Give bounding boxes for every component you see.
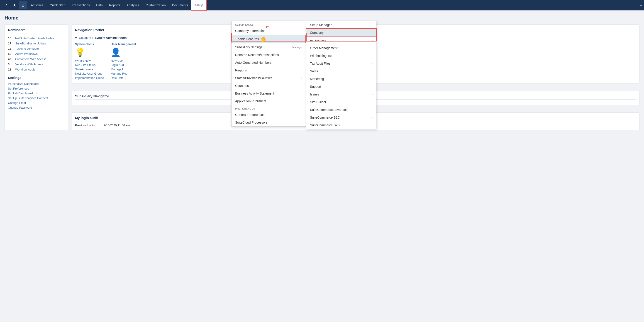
change-password-link[interactable]: Change Password: [8, 105, 65, 110]
personalize-dashboard-link[interactable]: Personalize Dashboard: [8, 82, 65, 86]
states-provinces-item[interactable]: States/Provinces/Counties ›: [232, 74, 306, 82]
application-publishers-item[interactable]: Application Publishers ›: [232, 97, 306, 105]
regions-item[interactable]: Regions ›: [232, 66, 306, 74]
reminder-item[interactable]: 18 Tasks to complete: [8, 46, 65, 51]
reminder-item[interactable]: 3 Vendors With Access: [8, 62, 65, 67]
suiteanswers-link[interactable]: SuiteAnswers: [75, 67, 104, 72]
favorites-icon[interactable]: ★: [10, 1, 18, 9]
history-icon[interactable]: ↺: [2, 1, 10, 9]
site-builder-item[interactable]: Site Builder ›: [306, 98, 376, 106]
nav-customization[interactable]: Customization: [142, 0, 169, 10]
reminder-item[interactable]: 58 Active Workflows: [8, 51, 65, 56]
manage-roles-link[interactable]: Manage Ro...: [111, 72, 136, 76]
reminder-item[interactable]: 17 SuiteBundles to Update: [8, 41, 65, 46]
page-body: Home Reminders 15 NetSuite System Alerts…: [0, 10, 644, 322]
reminder-item[interactable]: 15 NetSuite System Alerts to Ack...: [8, 36, 65, 41]
business-activity-item[interactable]: Business Activity Statement: [232, 90, 306, 97]
nav-documents[interactable]: Documents: [169, 0, 192, 10]
nav-more-button[interactable]: ···: [638, 3, 642, 8]
home-icon[interactable]: ⌂: [19, 1, 27, 9]
suitecloud-processors-item[interactable]: SuiteCloud Processors: [232, 118, 306, 126]
user-management-column: User Management 👤 New User Login Audi...…: [111, 42, 136, 80]
breadcrumb-system-admin: System Administration: [94, 36, 126, 40]
setup-tasks-label: SETUP TASKS: [232, 21, 306, 27]
preferences-label: PREFERENCES: [232, 105, 306, 111]
nav-lists[interactable]: Lists: [93, 0, 106, 10]
settings-section-title: Settings: [8, 76, 65, 80]
hamburger-icon: ≡: [75, 36, 77, 40]
company-submenu-dropdown[interactable]: Setup Manager Company › Accounting › Ord…: [306, 21, 376, 129]
withholding-tax-item[interactable]: Withholding Tax ›: [306, 52, 376, 60]
rename-records-item[interactable]: Rename Records/Transactions: [232, 51, 306, 59]
suitecommerce-b2c-item[interactable]: SuiteCommerce B2C ›: [306, 114, 376, 121]
general-preferences-item[interactable]: General Preferences: [232, 111, 306, 118]
role-differences-link[interactable]: Role Diffe...: [111, 76, 136, 80]
setup-tasks-dropdown[interactable]: SETUP TASKS Company Information Enable F…: [231, 21, 306, 126]
system-tools-column: System Tools 💡 What's New NetSuite Statu…: [75, 42, 104, 80]
set-preferences-link[interactable]: Set Preferences: [8, 86, 65, 91]
system-tools-title: System Tools: [75, 42, 104, 46]
manage-users-link[interactable]: Manage U...: [111, 67, 136, 72]
nav-activities[interactable]: Activities: [28, 0, 46, 10]
settings-section: Personalize Dashboard Set Preferences Pu…: [8, 82, 65, 110]
reminders-title: Reminders: [8, 28, 65, 33]
user-group-link[interactable]: NetSuite User Group: [75, 72, 104, 76]
implementation-guide-link[interactable]: Implementation Guide: [75, 76, 104, 80]
company-item[interactable]: Company ›: [306, 29, 376, 36]
support-item[interactable]: Support ›: [306, 83, 376, 90]
suiteanalytics-connect-link[interactable]: Set Up SuiteAnalytics Connect: [8, 96, 65, 100]
accounting-item[interactable]: Accounting ›: [306, 36, 376, 44]
suitecommerce-b2b-item[interactable]: SuiteCommerce B2B ›: [306, 121, 376, 129]
reminder-item[interactable]: 49 Customers With Access: [8, 56, 65, 62]
previous-login-value: 7/16/2020 11:04 am: [104, 124, 130, 127]
nav-menu: Activities Quick Start Transactions List…: [28, 0, 638, 10]
nav-reports[interactable]: Reports: [106, 0, 123, 10]
countries-item[interactable]: Countries: [232, 82, 306, 90]
page-title: Home: [4, 15, 640, 21]
subsidiary-settings-item[interactable]: Subsidiary Settings Manager: [232, 43, 306, 51]
nav-transactions[interactable]: Transactions: [68, 0, 93, 10]
suitecommerce-advanced-item[interactable]: SuiteCommerce Advanced ›: [306, 106, 376, 114]
company-information-item[interactable]: Company Information: [232, 27, 306, 35]
sales-item[interactable]: Sales ›: [306, 67, 376, 75]
order-management-item[interactable]: Order Management ›: [306, 44, 376, 52]
new-user-link[interactable]: New User: [111, 58, 136, 63]
user-icon: 👤: [111, 48, 136, 57]
user-management-title: User Management: [111, 42, 136, 46]
previous-login-label: Previous Login: [75, 124, 94, 127]
change-email-link[interactable]: Change Email: [8, 100, 65, 105]
breadcrumb-category[interactable]: Category: [79, 36, 91, 40]
reminders-portlet: Reminders 15 NetSuite System Alerts to A…: [4, 24, 68, 130]
setup-manager-item[interactable]: Setup Manager: [306, 21, 376, 29]
nav-setup[interactable]: Setup: [191, 0, 206, 10]
top-navigation: ↺ ★ ⌂ Activities Quick Start Transaction…: [0, 0, 644, 10]
nav-analytics[interactable]: Analytics: [123, 0, 142, 10]
auto-generated-numbers-item[interactable]: Auto-Generated Numbers: [232, 59, 306, 66]
marketing-item[interactable]: Marketing ›: [306, 75, 376, 83]
enable-features-item[interactable]: Enable Features: [232, 35, 306, 43]
login-audit-link[interactable]: Login Audi...: [111, 63, 136, 67]
netsuite-status-link[interactable]: NetSuite Status: [75, 63, 104, 67]
nav-quickstart[interactable]: Quick Start: [46, 0, 68, 10]
reminder-item[interactable]: 22 Workflow Audit: [8, 67, 65, 72]
whats-new-link[interactable]: What's New: [75, 58, 104, 63]
tax-audit-files-item[interactable]: Tax Audit Files ›: [306, 60, 376, 67]
lightbulb-icon: 💡: [75, 48, 104, 57]
publish-dashboard-link[interactable]: Publish Dashboard List: [8, 91, 65, 96]
issues-item[interactable]: Issues ›: [306, 90, 376, 98]
